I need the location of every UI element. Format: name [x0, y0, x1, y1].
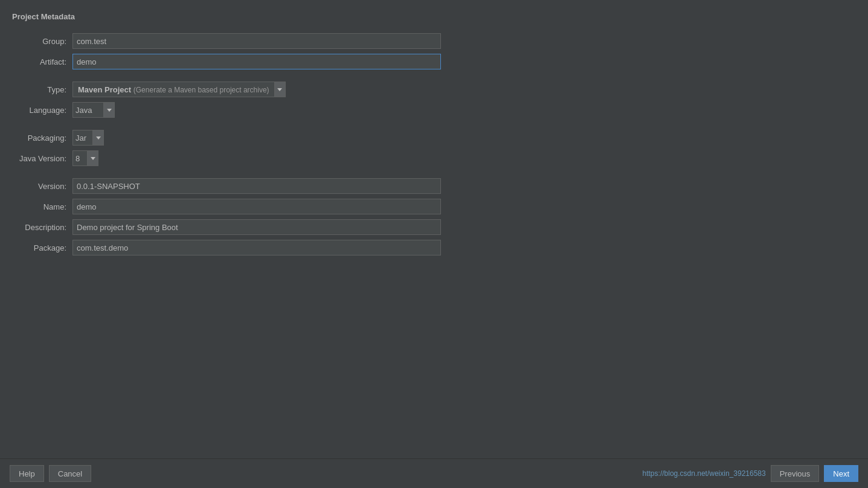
packaging-select-wrapper[interactable]: Jar War: [72, 130, 104, 146]
spacer-1: [12, 73, 856, 78]
type-field: Maven Project (Generate a Maven based pr…: [72, 80, 856, 98]
java-version-select[interactable]: 8 11 14: [73, 153, 87, 164]
java-version-label: Java Version:: [12, 149, 72, 167]
java-version-select-wrapper[interactable]: 8 11 14: [72, 150, 98, 166]
java-version-dropdown-arrow[interactable]: [87, 151, 98, 165]
artifact-input[interactable]: [72, 54, 441, 69]
type-description: (Generate a Maven based project archive): [133, 86, 269, 94]
group-input[interactable]: [72, 33, 441, 49]
description-field: [72, 218, 856, 236]
dialog-content: Project Metadata Group: Artifact: Type: [0, 0, 868, 458]
cancel-button[interactable]: Cancel: [49, 465, 91, 482]
package-input[interactable]: [72, 240, 441, 255]
dialog: Project Metadata Group: Artifact: Type: [0, 0, 868, 488]
name-field: [72, 197, 856, 216]
description-label: Description:: [12, 218, 72, 236]
language-chevron-icon: [107, 109, 112, 112]
chevron-down-icon: [277, 88, 282, 91]
footer-right: https://blog.csdn.net/weixin_39216583 Pr…: [643, 465, 858, 482]
help-button[interactable]: Help: [10, 465, 44, 482]
packaging-field: Jar War: [72, 129, 856, 147]
java-version-chevron-icon: [91, 157, 95, 160]
language-select[interactable]: Java Kotlin Groovy: [73, 104, 103, 116]
packaging-row: Packaging: Jar War: [12, 129, 856, 147]
type-maven-bold: Maven Project: [78, 85, 131, 94]
footer-url: https://blog.csdn.net/weixin_39216583: [643, 469, 766, 478]
artifact-field: [72, 53, 856, 71]
language-label: Language:: [12, 101, 72, 119]
artifact-row: Artifact:: [12, 53, 856, 71]
java-version-row: Java Version: 8 11 14: [12, 149, 856, 167]
group-field: [72, 32, 856, 50]
language-field: Java Kotlin Groovy: [72, 101, 856, 119]
name-input[interactable]: [72, 199, 441, 214]
packaging-chevron-icon: [96, 136, 101, 140]
artifact-label: Artifact:: [12, 53, 72, 71]
type-select-wrapper[interactable]: Maven Project (Generate a Maven based pr…: [72, 82, 286, 97]
type-dropdown-arrow[interactable]: [274, 82, 285, 97]
type-label: Type:: [12, 80, 72, 98]
packaging-label: Packaging:: [12, 129, 72, 147]
name-label: Name:: [12, 197, 72, 216]
previous-button[interactable]: Previous: [771, 465, 820, 482]
packaging-dropdown-arrow[interactable]: [92, 130, 103, 145]
spacer-2: [12, 121, 856, 126]
version-label: Version:: [12, 177, 72, 195]
java-version-field: 8 11 14: [72, 149, 856, 167]
version-input[interactable]: [72, 178, 441, 194]
group-row: Group:: [12, 32, 856, 50]
next-button[interactable]: Next: [824, 465, 858, 482]
description-row: Description:: [12, 218, 856, 236]
type-text-display: Maven Project (Generate a Maven based pr…: [73, 84, 274, 95]
dialog-footer: Help Cancel https://blog.csdn.net/weixin…: [0, 458, 868, 488]
name-row: Name:: [12, 197, 856, 216]
package-label: Package:: [12, 239, 72, 257]
spacer-3: [12, 170, 856, 175]
group-label: Group:: [12, 32, 72, 50]
section-title: Project Metadata: [12, 12, 856, 21]
language-dropdown-arrow[interactable]: [103, 103, 114, 117]
language-row: Language: Java Kotlin Groovy: [12, 101, 856, 119]
description-input[interactable]: [72, 219, 441, 235]
language-select-wrapper[interactable]: Java Kotlin Groovy: [72, 102, 115, 118]
package-field: [72, 239, 856, 257]
packaging-select[interactable]: Jar War: [73, 132, 92, 144]
footer-left: Help Cancel: [10, 465, 91, 482]
package-row: Package:: [12, 239, 856, 257]
version-row: Version:: [12, 177, 856, 195]
form-table: Group: Artifact: Type:: [12, 30, 856, 259]
version-field: [72, 177, 856, 195]
type-row: Type: Maven Project (Generate a Maven ba…: [12, 80, 856, 98]
